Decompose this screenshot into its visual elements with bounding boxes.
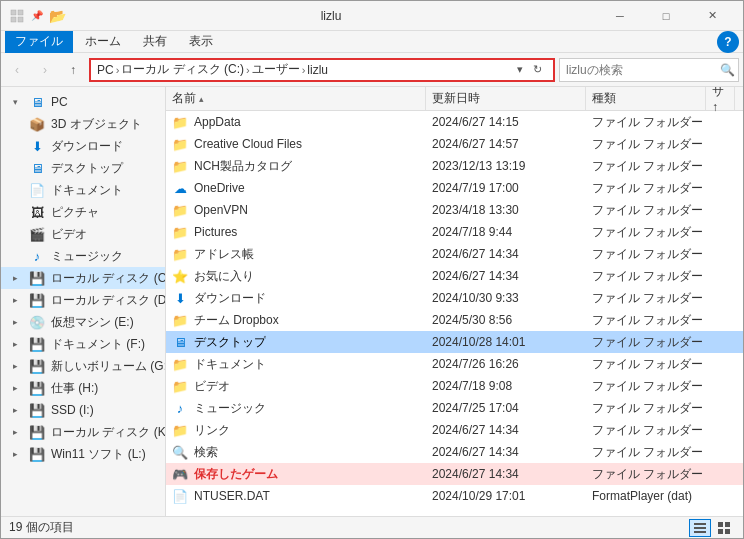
folder-music-icon: ♪: [172, 400, 188, 416]
file-row-downloads[interactable]: ⬇ ダウンロード 2024/10/30 9:33 ファイル フォルダー: [166, 287, 743, 309]
tab-file[interactable]: ファイル: [5, 31, 73, 53]
file-name-search: 🔍 検索: [166, 444, 426, 461]
file-type-music: ファイル フォルダー: [586, 400, 706, 417]
col-header-name[interactable]: 名前 ▴: [166, 87, 426, 110]
folder-search-icon: 🔍: [172, 444, 188, 460]
documents-icon: 📄: [29, 182, 45, 198]
sidebar-item-desktop[interactable]: 🖥 デスクトップ: [1, 157, 165, 179]
desktop-icon: 🖥: [29, 160, 45, 176]
file-name-documents: 📁 ドキュメント: [166, 356, 426, 373]
videos-icon: 🎬: [29, 226, 45, 242]
file-row-music[interactable]: ♪ ミュージック 2024/7/25 17:04 ファイル フォルダー: [166, 397, 743, 419]
file-date-dropbox: 2024/5/30 8:56: [426, 313, 586, 327]
sidebar-item-pictures[interactable]: 🖼 ピクチャ: [1, 201, 165, 223]
close-button[interactable]: ✕: [689, 1, 735, 31]
search-input[interactable]: [566, 63, 716, 77]
large-icons-view-button[interactable]: [713, 519, 735, 537]
forward-button[interactable]: ›: [33, 58, 57, 82]
window-menu-icon[interactable]: [9, 8, 25, 24]
details-view-button[interactable]: [689, 519, 711, 537]
file-type-desktop: ファイル フォルダー: [586, 334, 706, 351]
file-name-text-saved-games: 保存したゲーム: [194, 466, 278, 483]
file-row-favorites[interactable]: ⭐ お気に入り 2024/6/27 14:34 ファイル フォルダー: [166, 265, 743, 287]
file-row-appdata[interactable]: 📁 AppData 2024/6/27 14:15 ファイル フォルダー: [166, 111, 743, 133]
file-row-dropbox[interactable]: 📁 チーム Dropbox 2024/5/30 8:56 ファイル フォルダー: [166, 309, 743, 331]
file-row-cc-files[interactable]: 📁 Creative Cloud Files 2024/6/27 14:57 フ…: [166, 133, 743, 155]
col-header-type[interactable]: 種類: [586, 87, 706, 110]
file-type-pictures: ファイル フォルダー: [586, 224, 706, 241]
file-name-onedrive: ☁ OneDrive: [166, 180, 426, 196]
file-date-desktop: 2024/10/28 14:01: [426, 335, 586, 349]
file-row-ntuser[interactable]: 📄 NTUSER.DAT 2024/10/29 17:01 FormatPlay…: [166, 485, 743, 507]
file-name-text-desktop: デスクトップ: [194, 334, 266, 351]
tab-share[interactable]: 共有: [133, 31, 177, 53]
file-row-videos[interactable]: 📁 ビデオ 2024/7/18 9:08 ファイル フォルダー: [166, 375, 743, 397]
breadcrumb-pc[interactable]: PC: [97, 63, 114, 77]
address-bar[interactable]: PC › ローカル ディスク (C:) › ユーザー › lizlu ▾ ↻: [89, 58, 555, 82]
sidebar-item-videos[interactable]: 🎬 ビデオ: [1, 223, 165, 245]
col-header-size[interactable]: サ ↑: [706, 87, 735, 110]
file-row-links[interactable]: 📁 リンク 2024/6/27 14:34 ファイル フォルダー: [166, 419, 743, 441]
address-dropdown-button[interactable]: ▾: [517, 63, 523, 76]
breadcrumb-users[interactable]: ユーザー: [252, 61, 300, 78]
title-bar: 📌 📂 lizlu ─ □ ✕: [1, 1, 743, 31]
address-refresh-button[interactable]: ↻: [527, 59, 547, 81]
pictures-icon: 🖼: [29, 204, 45, 220]
file-name-pictures: 📁 Pictures: [166, 224, 426, 240]
file-row-openvpn[interactable]: 📁 OpenVPN 2023/4/18 13:30 ファイル フォルダー: [166, 199, 743, 221]
file-row-onedrive[interactable]: ☁ OneDrive 2024/7/19 17:00 ファイル フォルダー: [166, 177, 743, 199]
help-button[interactable]: ?: [717, 31, 739, 53]
tab-view[interactable]: 表示: [179, 31, 223, 53]
up-button[interactable]: ↑: [61, 58, 85, 82]
sidebar-item-new-g[interactable]: ▸ 💾 新しいボリューム (G:): [1, 355, 165, 377]
maximize-button[interactable]: □: [643, 1, 689, 31]
file-list-header: 名前 ▴ 更新日時 種類 サ ↑: [166, 87, 743, 111]
sidebar-item-local-d[interactable]: ▸ 💾 ローカル ディスク (D:): [1, 289, 165, 311]
sidebar-item-documents[interactable]: 📄 ドキュメント: [1, 179, 165, 201]
breadcrumb-sep-3: ›: [302, 64, 306, 76]
sidebar-item-work-h[interactable]: ▸ 💾 仕事 (H:): [1, 377, 165, 399]
back-button[interactable]: ‹: [5, 58, 29, 82]
sidebar-item-pc[interactable]: ▾ 🖥 PC: [1, 91, 165, 113]
tab-home[interactable]: ホーム: [75, 31, 131, 53]
file-row-nch[interactable]: 📁 NCH製品カタログ 2023/12/13 13:19 ファイル フォルダー: [166, 155, 743, 177]
sidebar-item-local-c[interactable]: ▸ 💾 ローカル ディスク (C:): [1, 267, 165, 289]
sidebar-item-win11-l[interactable]: ▸ 💾 Win11 ソフト (L:): [1, 443, 165, 465]
sidebar-item-download[interactable]: ⬇ ダウンロード: [1, 135, 165, 157]
breadcrumb-local-c[interactable]: ローカル ディスク (C:): [121, 61, 244, 78]
sidebar-item-local-k[interactable]: ▸ 💾 ローカル ディスク (K:): [1, 421, 165, 443]
file-row-desktop[interactable]: 🖥 デスクトップ 2024/10/28 14:01 ファイル フォルダー: [166, 331, 743, 353]
file-name-text-documents: ドキュメント: [194, 356, 266, 373]
file-row-pictures[interactable]: 📁 Pictures 2024/7/18 9:44 ファイル フォルダー: [166, 221, 743, 243]
file-name-text-onedrive: OneDrive: [194, 181, 245, 195]
file-row-address[interactable]: 📁 アドレス帳 2024/6/27 14:34 ファイル フォルダー: [166, 243, 743, 265]
minimize-button[interactable]: ─: [597, 1, 643, 31]
file-type-search: ファイル フォルダー: [586, 444, 706, 461]
sidebar-item-ssd-i[interactable]: ▸ 💾 SSD (I:): [1, 399, 165, 421]
sidebar-item-music[interactable]: ♪ ミュージック: [1, 245, 165, 267]
search-icon[interactable]: 🔍: [720, 63, 735, 77]
svg-rect-8: [725, 522, 730, 527]
file-type-openvpn: ファイル フォルダー: [586, 202, 706, 219]
file-row-documents[interactable]: 📁 ドキュメント 2024/7/26 16:26 ファイル フォルダー: [166, 353, 743, 375]
sidebar-label-local-d: ローカル ディスク (D:): [51, 292, 166, 309]
quick-access-icon[interactable]: 📌: [29, 8, 45, 24]
file-name-appdata: 📁 AppData: [166, 114, 426, 130]
sidebar-item-docs-f[interactable]: ▸ 💾 ドキュメント (F:): [1, 333, 165, 355]
file-name-text-appdata: AppData: [194, 115, 241, 129]
file-list-area: 名前 ▴ 更新日時 種類 サ ↑ 📁 AppData: [166, 87, 743, 516]
pc-icon: 🖥: [29, 94, 45, 110]
file-type-address: ファイル フォルダー: [586, 246, 706, 263]
col-header-date[interactable]: 更新日時: [426, 87, 586, 110]
folder-onedrive-icon: ☁: [172, 180, 188, 196]
file-row-search[interactable]: 🔍 検索 2024/6/27 14:34 ファイル フォルダー: [166, 441, 743, 463]
sidebar-item-virtual-e[interactable]: ▸ 💿 仮想マシン (E:): [1, 311, 165, 333]
file-row-saved-games[interactable]: 🎮 保存したゲーム 2024/6/27 14:34 ファイル フォルダー: [166, 463, 743, 485]
file-name-text-address: アドレス帳: [194, 246, 254, 263]
file-name-nch: 📁 NCH製品カタログ: [166, 158, 426, 175]
file-date-documents: 2024/7/26 16:26: [426, 357, 586, 371]
breadcrumb-lizlu[interactable]: lizlu: [307, 63, 328, 77]
sidebar-item-3d[interactable]: 📦 3D オブジェクト: [1, 113, 165, 135]
expander-icon-f: ▸: [13, 339, 23, 349]
folder-pictures-icon: 📁: [172, 224, 188, 240]
